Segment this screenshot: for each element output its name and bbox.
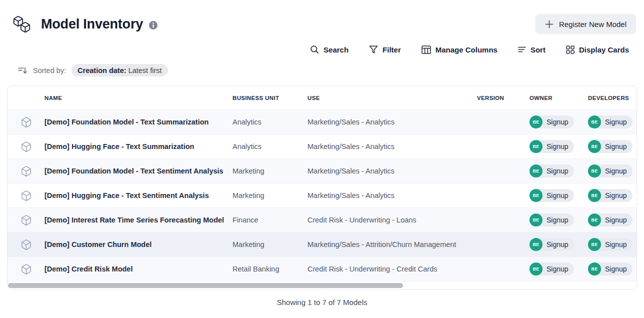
business-unit-cell: Marketing — [232, 192, 308, 200]
search-icon — [310, 45, 319, 54]
column-header-developers: DEVELOPERS — [588, 95, 636, 101]
filter-button[interactable]: Filter — [369, 45, 401, 54]
model-name: [Demo] Interest Rate Time Series Forecas… — [44, 216, 232, 224]
page-header: Model Inventory Register New Model — [12, 13, 636, 35]
filter-label: Filter — [382, 46, 401, 54]
cube-icon — [20, 141, 32, 152]
owner-label: Signup — [546, 265, 568, 273]
table-row[interactable]: [Demo] Foundation Model - Text Summariza… — [8, 110, 636, 134]
display-cards-button[interactable]: Display Cards — [566, 46, 629, 54]
table-row[interactable]: [Demo] Foundation Model - Text Sentiment… — [8, 158, 636, 183]
developer-avatar: BE — [588, 189, 601, 202]
owner-cell: BE Signup — [530, 116, 588, 128]
developers-cell: BE Signup — [588, 189, 636, 202]
table-row[interactable]: [Demo] Hugging Face - Text Sentiment Ana… — [8, 183, 636, 208]
grid-icon — [566, 46, 574, 54]
owner-cell: BE Signup — [530, 189, 588, 202]
sort-chip-value: Latest first — [128, 66, 162, 74]
developer-avatar: BE — [588, 140, 601, 153]
column-header-name: NAME — [44, 95, 232, 101]
horizontal-scrollbar-thumb[interactable] — [8, 283, 403, 288]
business-unit-cell: Finance — [232, 216, 308, 224]
sorted-by-bar: Sorted by: Creation date: Latest first — [18, 64, 644, 77]
developers-cell: BE Signup — [588, 140, 636, 153]
cube-icon — [20, 239, 32, 250]
use-cell: Credit Risk - Underwriting - Credit Card… — [308, 265, 477, 273]
use-cell: Marketing/Sales - Analytics — [308, 167, 477, 175]
owner-avatar: BE — [530, 214, 542, 226]
table-row[interactable]: [Demo] Credit Risk Model Retail Banking … — [8, 256, 636, 281]
model-name: [Demo] Hugging Face - Text Summarization — [44, 142, 232, 150]
developers-cell: BE Signup — [588, 214, 636, 226]
owner-pill[interactable]: BE Signup — [530, 116, 574, 128]
owner-pill[interactable]: BE Signup — [530, 189, 574, 202]
info-icon[interactable] — [149, 21, 158, 30]
cube-icon — [20, 264, 32, 275]
owner-avatar: BE — [530, 262, 542, 276]
developer-label: Signup — [605, 167, 627, 175]
developers-cell: BE Signup — [588, 116, 636, 128]
developer-pill[interactable]: BE Signup — [588, 238, 632, 251]
owner-pill[interactable]: BE Signup — [530, 238, 574, 251]
owner-pill[interactable]: BE Signup — [530, 262, 574, 276]
developer-pill[interactable]: BE Signup — [588, 116, 632, 128]
developers-cell: BE Signup — [588, 262, 636, 276]
manage-columns-button[interactable]: Manage Columns — [422, 46, 498, 54]
table-row[interactable]: [Demo] Hugging Face - Text Summarization… — [8, 134, 636, 158]
sort-chip-field: Creation date: — [78, 66, 126, 74]
register-new-model-button[interactable]: Register New Model — [536, 14, 636, 34]
table-toolbar: Search Filter Manage Columns Sort Displa… — [0, 42, 629, 56]
pagination-summary: Showing 1 to 7 of 7 Models — [0, 298, 644, 306]
sort-lines-icon — [518, 46, 526, 54]
developer-pill[interactable]: BE Signup — [588, 140, 632, 153]
developer-avatar: BE — [588, 164, 601, 178]
register-new-model-label: Register New Model — [559, 20, 626, 28]
owner-avatar: BE — [530, 238, 542, 251]
table-row[interactable]: [Demo] Interest Rate Time Series Forecas… — [8, 208, 636, 232]
owner-label: Signup — [546, 167, 568, 175]
use-cell: Marketing/Sales - Analytics — [308, 142, 477, 150]
sort-label: Sort — [530, 46, 546, 54]
column-header-business-unit: BUSINESS UNIT — [232, 95, 308, 101]
model-table: NAME BUSINESS UNIT USE VERSION OWNER DEV… — [7, 86, 637, 290]
table-body: [Demo] Foundation Model - Text Summariza… — [8, 110, 636, 281]
owner-avatar: BE — [530, 164, 542, 178]
owner-pill[interactable]: BE Signup — [530, 140, 574, 153]
owner-label: Signup — [546, 216, 568, 224]
developer-pill[interactable]: BE Signup — [588, 214, 632, 226]
use-cell: Marketing/Sales - Analytics — [308, 118, 477, 126]
sorted-by-label: Sorted by: — [33, 66, 66, 74]
table-row[interactable]: [Demo] Customer Churn Model Marketing Ma… — [8, 232, 636, 256]
table-columns-icon — [422, 46, 431, 54]
developer-label: Signup — [605, 118, 627, 126]
sort-button[interactable]: Sort — [518, 46, 546, 54]
table-header-row: NAME BUSINESS UNIT USE VERSION OWNER DEV… — [8, 86, 636, 110]
developer-label: Signup — [605, 240, 627, 248]
page-title: Model Inventory — [41, 16, 143, 32]
manage-columns-label: Manage Columns — [436, 46, 498, 54]
business-unit-cell: Marketing — [232, 167, 308, 175]
business-unit-cell: Analytics — [232, 142, 308, 150]
owner-label: Signup — [546, 192, 568, 200]
developer-avatar: BE — [588, 262, 601, 276]
owner-label: Signup — [546, 240, 568, 248]
developer-pill[interactable]: BE Signup — [588, 164, 632, 178]
owner-pill[interactable]: BE Signup — [530, 164, 574, 178]
developer-avatar: BE — [588, 116, 601, 128]
developer-avatar: BE — [588, 238, 601, 251]
use-cell: Marketing/Sales - Attrition/Churn Manage… — [308, 240, 477, 248]
owner-cell: BE Signup — [530, 262, 588, 276]
horizontal-scrollbar-track[interactable] — [8, 281, 636, 289]
owner-pill[interactable]: BE Signup — [530, 214, 574, 226]
owner-cell: BE Signup — [530, 140, 588, 153]
developer-pill[interactable]: BE Signup — [588, 189, 632, 202]
use-cell: Marketing/Sales - Analytics — [308, 192, 477, 200]
model-name: [Demo] Credit Risk Model — [44, 265, 232, 273]
owner-cell: BE Signup — [530, 214, 588, 226]
developer-pill[interactable]: BE Signup — [588, 262, 632, 276]
model-name: [Demo] Foundation Model - Text Summariza… — [44, 118, 232, 126]
owner-cell: BE Signup — [530, 164, 588, 178]
owner-label: Signup — [546, 142, 568, 150]
search-button[interactable]: Search — [310, 45, 348, 54]
developer-avatar: BE — [588, 214, 601, 226]
